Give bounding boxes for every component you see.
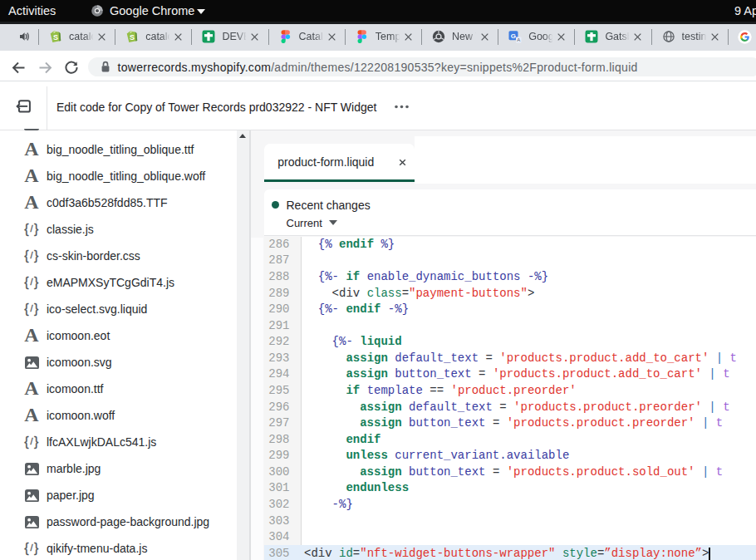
svg-text:S: S bbox=[130, 33, 135, 42]
svg-text:A: A bbox=[517, 37, 520, 42]
svg-text:G: G bbox=[511, 32, 516, 40]
svg-text:S: S bbox=[53, 33, 58, 42]
